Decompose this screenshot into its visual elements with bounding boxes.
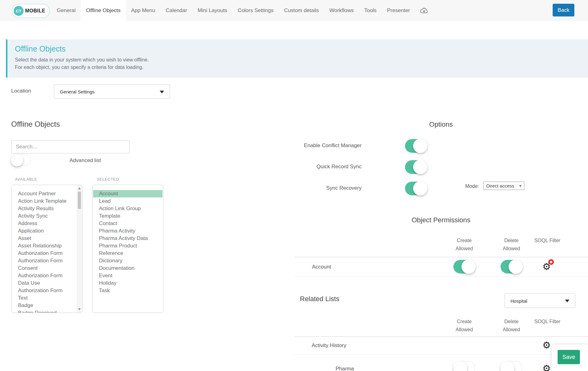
selected-item[interactable]: Documentation bbox=[92, 265, 163, 272]
quick-record-sync-label: Quick Record Sync bbox=[294, 164, 362, 170]
available-item[interactable]: Activity Sync bbox=[11, 212, 82, 220]
column-header-create-allowed: Create Allowed bbox=[450, 318, 478, 334]
tab-mini-layouts[interactable]: Mini Layouts bbox=[192, 0, 232, 21]
enable-conflict-manager-label: Enable Conflict Manager bbox=[294, 143, 362, 149]
location-dropdown[interactable]: General Settings bbox=[54, 84, 170, 99]
offline-objects-heading: Offline Objects bbox=[11, 120, 60, 129]
selected-item[interactable]: Dictionary bbox=[92, 257, 163, 265]
available-item[interactable]: Data Use bbox=[11, 279, 82, 287]
selected-item[interactable]: Event bbox=[92, 272, 163, 279]
mode-dropdown[interactable]: Direct access bbox=[483, 182, 524, 190]
toggle-knob bbox=[461, 260, 476, 274]
related-object-dropdown[interactable]: Hospital bbox=[505, 293, 575, 308]
soql-filter-gear-icon[interactable]: ⚙ bbox=[542, 364, 551, 371]
tab-calendar[interactable]: Calendar bbox=[160, 0, 192, 21]
toggle-knob bbox=[413, 181, 427, 196]
delete-allowed-toggle[interactable] bbox=[501, 260, 522, 274]
enable-conflict-manager-toggle[interactable] bbox=[405, 139, 427, 153]
save-button[interactable]: Save bbox=[558, 350, 580, 364]
logo-brand-text: MOBILE bbox=[25, 8, 45, 14]
selected-listbox: AccountLeadAction Link GroupTemplateCont… bbox=[92, 185, 163, 313]
selected-list-label: SELECTED bbox=[97, 177, 119, 182]
available-item[interactable]: Authorization Form bbox=[11, 250, 82, 257]
chevron-down-icon bbox=[565, 300, 569, 302]
location-label: Location bbox=[11, 88, 31, 94]
toggle-knob bbox=[11, 154, 23, 166]
available-item[interactable]: Asset bbox=[11, 235, 82, 242]
available-item[interactable]: Text bbox=[11, 294, 82, 302]
column-header-soql-filter: SOQL Filter bbox=[533, 237, 561, 245]
selected-item[interactable]: Pharma Activity Data bbox=[92, 235, 163, 242]
selected-item[interactable]: Action Link Group bbox=[92, 205, 163, 212]
table-row-account: Account⚙ bbox=[294, 257, 588, 277]
mode-label: Mode: bbox=[465, 183, 479, 189]
tab-offline-objects[interactable]: Offline Objects bbox=[81, 0, 126, 21]
selected-item[interactable]: Holiday bbox=[92, 279, 163, 287]
settings-panel: Options Enable Conflict ManagerQuick Rec… bbox=[294, 0, 588, 371]
available-item[interactable]: Authorization Form bbox=[11, 272, 82, 279]
toggle-knob bbox=[413, 139, 427, 153]
available-item[interactable]: Asset Relationship bbox=[11, 242, 82, 250]
available-scrollbar[interactable] bbox=[77, 185, 82, 312]
advanced-list-toggle[interactable] bbox=[11, 154, 31, 166]
chevron-down-icon bbox=[160, 91, 164, 93]
location-value: General Settings bbox=[60, 89, 95, 94]
available-item[interactable]: Action Link Template bbox=[11, 197, 82, 205]
tab-general[interactable]: General bbox=[51, 0, 81, 21]
available-item[interactable]: Address bbox=[11, 220, 82, 227]
available-item[interactable]: Application bbox=[11, 227, 82, 235]
scrollbar-thumb[interactable] bbox=[78, 192, 81, 209]
ct-mobile-logo: CT MOBILE bbox=[12, 4, 50, 18]
available-item[interactable]: Badge bbox=[11, 302, 82, 309]
quick-record-sync-toggle[interactable] bbox=[405, 160, 427, 174]
toggle-knob bbox=[453, 361, 467, 371]
scroll-down-icon[interactable] bbox=[78, 308, 81, 310]
soql-filter-gear-icon[interactable]: ⚙ bbox=[542, 262, 551, 272]
tab-app-menu[interactable]: App Menu bbox=[126, 0, 161, 21]
object-permissions-heading: Object Permissions bbox=[294, 216, 588, 224]
options-heading: Options bbox=[294, 120, 588, 129]
row-name: Pharma bbox=[336, 366, 354, 371]
ct-mobile-setup-page: CT MOBILE GeneralOffline ObjectsApp Menu… bbox=[0, 0, 588, 371]
logo-ct-badge: CT bbox=[14, 6, 24, 16]
save-card: Save bbox=[552, 345, 588, 371]
search-input[interactable] bbox=[11, 140, 130, 153]
available-item[interactable]: Badge Received bbox=[11, 309, 82, 313]
chevron-down-icon bbox=[519, 185, 522, 187]
selected-item[interactable]: Pharma Product bbox=[92, 242, 163, 250]
available-item[interactable]: Consent bbox=[11, 265, 82, 272]
row-name: Account bbox=[312, 264, 331, 270]
row-name: Activity History bbox=[312, 342, 346, 349]
create-allowed-toggle[interactable] bbox=[453, 260, 475, 274]
related-object-value: Hospital bbox=[510, 298, 527, 304]
available-item[interactable]: Authorization Form bbox=[11, 287, 82, 294]
column-header-delete-allowed: Delete Allowed bbox=[497, 237, 525, 253]
available-item[interactable]: Authorization Form bbox=[11, 257, 82, 265]
tab-colors-settings[interactable]: Colors Settings bbox=[233, 0, 279, 21]
available-item[interactable]: Account Partner bbox=[11, 190, 82, 197]
delete-allowed-toggle[interactable] bbox=[501, 361, 522, 371]
scroll-up-icon[interactable] bbox=[78, 187, 81, 189]
column-header-soql-filter: SOQL Filter bbox=[533, 318, 561, 326]
soql-filter-gear-icon[interactable]: ⚙ bbox=[542, 340, 551, 350]
create-allowed-toggle[interactable] bbox=[453, 361, 475, 371]
table-row-activity-history: Activity History⚙ bbox=[294, 337, 588, 355]
selected-item[interactable]: Template bbox=[92, 212, 163, 220]
selected-item[interactable]: Account bbox=[93, 190, 163, 197]
mode-value: Direct access bbox=[486, 183, 514, 188]
table-row-pharma: Pharma⚙ bbox=[294, 354, 588, 371]
selected-item[interactable]: Reference bbox=[92, 250, 163, 257]
related-lists-heading: Related Lists bbox=[300, 295, 339, 303]
selected-item[interactable]: Lead bbox=[92, 197, 163, 205]
toggle-knob bbox=[500, 361, 514, 371]
sync-recovery-toggle[interactable] bbox=[405, 182, 427, 195]
available-list-label: AVAILABLE bbox=[15, 177, 37, 182]
sync-recovery-label: Sync Recovery bbox=[294, 185, 362, 191]
selected-item[interactable]: Task bbox=[92, 287, 163, 294]
available-item[interactable]: Activity Results bbox=[11, 205, 82, 212]
notification-badge bbox=[548, 259, 554, 265]
advanced-list-label: Advanced list bbox=[69, 157, 101, 164]
selected-item[interactable]: Pharma Activity bbox=[92, 227, 163, 235]
toggle-knob bbox=[413, 160, 427, 174]
selected-item[interactable]: Contact bbox=[92, 220, 163, 227]
